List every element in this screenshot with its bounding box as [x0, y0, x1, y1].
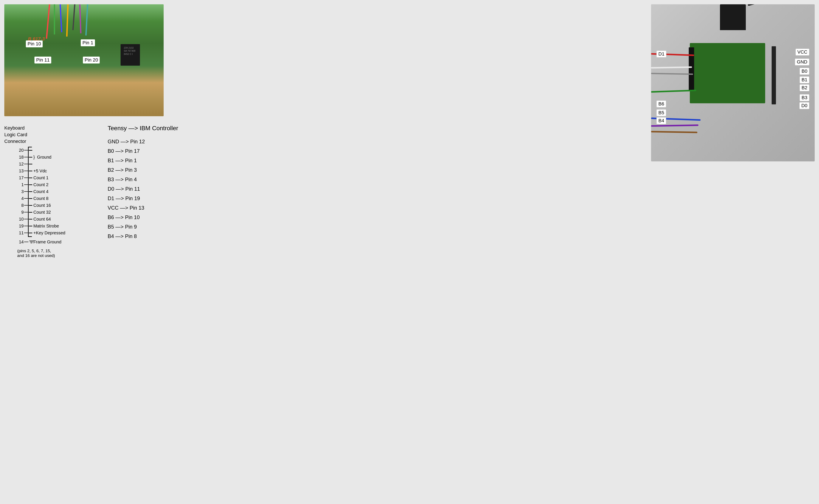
mapping-b1: B1 —> Pin 1: [108, 157, 207, 164]
pin-11-num: 11: [17, 230, 24, 235]
pin-4-num: 4: [17, 196, 24, 201]
pin-9-num: 9: [17, 210, 24, 215]
mapping-list: GND —> Pin 12 B0 —> Pin 17 B1 —> Pin 1 B…: [108, 138, 207, 240]
pins-note-line2: and 16 are not used): [17, 253, 86, 258]
left-photo: B 617-3 239 2102SA 7673688452 C I Pin 10…: [4, 4, 164, 116]
b2-label: B1: [800, 76, 809, 83]
count16-text: Count 16: [33, 203, 51, 208]
b1-label: B0: [800, 68, 809, 75]
pin-20-num: 20: [17, 148, 24, 153]
mapping-b6: B6 —> Pin 10: [108, 213, 207, 221]
pin11-label: Pin 11: [34, 57, 51, 63]
count1-text: Count 1: [33, 175, 48, 180]
count64-text: Count 64: [33, 217, 51, 222]
mapping-b4: B4 —> Pin 8: [108, 232, 207, 240]
teensy-title: Teensy —> IBM Controller: [108, 125, 207, 132]
key-depressed-text: +Key Depressed: [33, 230, 65, 235]
pins-note-line1: (pins 2, 5, 6, 7, 15,: [17, 249, 86, 253]
mapping-b2: B2 —> Pin 3: [108, 166, 207, 174]
mapping-b0: B0 —> Pin 17: [108, 147, 207, 155]
b3-label: B2: [800, 84, 809, 91]
count2-text: Count 2: [33, 182, 48, 187]
mapping-vcc: VCC —> Pin 13: [108, 204, 207, 212]
d0-label: B3: [800, 94, 809, 101]
matrix-strobe-text: Matrix Strobe: [33, 224, 59, 229]
mapping-b5: B5 —> Pin 9: [108, 223, 207, 231]
mapping-d0: D0 —> Pin 11: [108, 185, 207, 193]
mapping-d1: D1 —> Pin 19: [108, 195, 207, 202]
diagram-title: Keyboard Logic Card Connector: [4, 125, 86, 145]
pin-10-num: 10: [17, 217, 24, 222]
pin-19-num: 19: [17, 224, 24, 229]
pin-18-num: 18: [17, 155, 24, 160]
pin-13-num: 13: [17, 169, 24, 173]
b6-label: B6: [657, 100, 666, 107]
ground-text: Ground: [37, 155, 51, 160]
pin20-label: Pin 20: [83, 57, 100, 63]
connector-diagram-section: Keyboard Logic Card Connector 20 18 } Gr…: [4, 125, 86, 258]
count8-text: Count 8: [33, 196, 48, 201]
5vdc-text: +5 Vdc: [33, 169, 47, 173]
count4-text: Count 4: [33, 189, 48, 194]
pin10-label: Pin 10: [26, 40, 43, 47]
mapping-gnd: GND —> Pin 12: [108, 138, 207, 145]
pin-8-num: 8: [17, 203, 24, 208]
pin-17-num: 17: [17, 175, 24, 180]
pin1-label: Pin 1: [81, 39, 95, 46]
ground-label: }: [33, 155, 35, 160]
b5-label: B5: [657, 109, 666, 116]
right-photo: VCC GND B0 B1 B2 B3 D0 D1 B6 B5 B4: [651, 4, 815, 161]
teensy-ibm-section: Teensy —> IBM Controller GND —> Pin 12 B…: [108, 125, 207, 242]
pin-14-num: 14: [17, 240, 24, 244]
gnd-label: VCC: [796, 49, 809, 56]
vcc-label: D1: [657, 51, 666, 57]
frame-ground-text: Frame Ground: [33, 240, 61, 244]
pin-12-num: 12: [17, 162, 24, 167]
b0-label: GND: [795, 59, 809, 65]
count32-text: Count 32: [33, 210, 51, 215]
pin-3-num: 3: [17, 189, 24, 194]
b4-label: B4: [657, 117, 666, 124]
pin-1-num: 1: [17, 182, 24, 187]
d1-label: D0: [799, 102, 809, 109]
mapping-b3: B3 —> Pin 4: [108, 176, 207, 183]
